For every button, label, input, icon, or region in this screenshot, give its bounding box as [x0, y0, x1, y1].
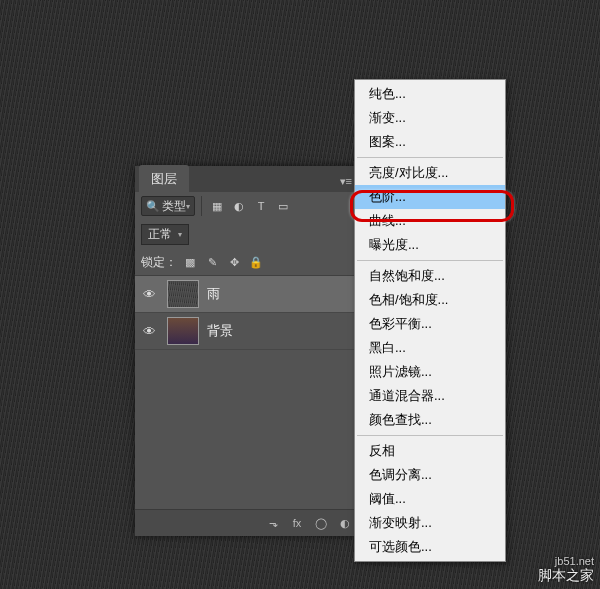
menu-item-photo-filter[interactable]: 照片滤镜... — [355, 360, 505, 384]
menu-item-selective-color[interactable]: 可选颜色... — [355, 535, 505, 559]
menu-separator — [357, 157, 503, 158]
filter-type-label: 类型 — [162, 198, 186, 215]
link-layers-icon[interactable]: ⬎ — [264, 517, 282, 530]
layer-row[interactable]: 👁 雨 — [135, 276, 360, 313]
layer-mask-icon[interactable]: ◯ — [312, 517, 330, 530]
layer-row[interactable]: 👁 背景 — [135, 313, 360, 350]
layer-filter-row: 🔍 类型 ▾ ▦ ◐ T ▭ — [135, 192, 360, 220]
separator — [201, 196, 202, 216]
filter-shape-icon[interactable]: ▭ — [274, 197, 292, 215]
layer-thumbnail[interactable] — [167, 280, 199, 308]
menu-item-threshold[interactable]: 阈值... — [355, 487, 505, 511]
menu-separator — [357, 435, 503, 436]
lock-all-icon[interactable]: 🔒 — [247, 253, 265, 271]
layers-tab[interactable]: 图层 — [139, 165, 189, 192]
visibility-eye-icon[interactable]: 👁 — [135, 287, 163, 302]
menu-item-channel-mixer[interactable]: 通道混合器... — [355, 384, 505, 408]
layer-name[interactable]: 背景 — [203, 322, 233, 340]
menu-separator — [357, 260, 503, 261]
menu-item-color-balance[interactable]: 色彩平衡... — [355, 312, 505, 336]
menu-item-exposure[interactable]: 曝光度... — [355, 233, 505, 257]
filter-pixel-icon[interactable]: ▦ — [208, 197, 226, 215]
layer-name[interactable]: 雨 — [203, 285, 220, 303]
chevron-down-icon: ▾ — [186, 202, 190, 211]
watermark-site: jb51.net — [538, 555, 594, 567]
menu-item-gradient[interactable]: 渐变... — [355, 106, 505, 130]
panel-bottom-toolbar: ⬎ fx ◯ ◐ — [135, 509, 360, 536]
blend-mode-row: 正常 ▾ — [135, 220, 360, 249]
lock-pixels-icon[interactable]: ✎ — [203, 253, 221, 271]
blend-mode-value: 正常 — [148, 226, 172, 243]
adjustment-layer-icon[interactable]: ◐ — [336, 517, 354, 530]
filter-type-dropdown[interactable]: 🔍 类型 ▾ — [141, 196, 195, 216]
layers-panel: 图层 ▾≡ 🔍 类型 ▾ ▦ ◐ T ▭ 正常 ▾ 锁定： ▩ ✎ ✥ 🔒 👁 … — [135, 166, 360, 536]
menu-item-curves[interactable]: 曲线... — [355, 209, 505, 233]
menu-item-pattern[interactable]: 图案... — [355, 130, 505, 154]
visibility-eye-icon[interactable]: 👁 — [135, 324, 163, 339]
chevron-down-icon: ▾ — [178, 230, 182, 239]
layer-list: 👁 雨 👁 背景 — [135, 276, 360, 350]
filter-type-icon[interactable]: T — [252, 197, 270, 215]
menu-item-brightness-contrast[interactable]: 亮度/对比度... — [355, 161, 505, 185]
menu-item-invert[interactable]: 反相 — [355, 439, 505, 463]
menu-item-color-lookup[interactable]: 颜色查找... — [355, 408, 505, 432]
menu-item-gradient-map[interactable]: 渐变映射... — [355, 511, 505, 535]
layer-thumbnail[interactable] — [167, 317, 199, 345]
lock-position-icon[interactable]: ✥ — [225, 253, 243, 271]
lock-label: 锁定： — [141, 254, 177, 271]
panel-tab-bar: 图层 ▾≡ — [135, 166, 360, 192]
watermark-name: 脚本之家 — [538, 567, 594, 583]
menu-item-hue-saturation[interactable]: 色相/饱和度... — [355, 288, 505, 312]
adjustment-context-menu: 纯色... 渐变... 图案... 亮度/对比度... 色阶... 曲线... … — [354, 79, 506, 562]
menu-item-vibrance[interactable]: 自然饱和度... — [355, 264, 505, 288]
filter-adjust-icon[interactable]: ◐ — [230, 197, 248, 215]
layer-fx-icon[interactable]: fx — [288, 517, 306, 529]
blend-mode-dropdown[interactable]: 正常 ▾ — [141, 224, 189, 245]
menu-item-solid-color[interactable]: 纯色... — [355, 82, 505, 106]
search-icon: 🔍 — [146, 200, 160, 213]
lock-row: 锁定： ▩ ✎ ✥ 🔒 — [135, 249, 360, 276]
menu-item-posterize[interactable]: 色调分离... — [355, 463, 505, 487]
menu-item-black-white[interactable]: 黑白... — [355, 336, 505, 360]
lock-transparency-icon[interactable]: ▩ — [181, 253, 199, 271]
menu-item-levels[interactable]: 色阶... — [355, 185, 505, 209]
watermark: jb51.net 脚本之家 — [538, 555, 594, 585]
